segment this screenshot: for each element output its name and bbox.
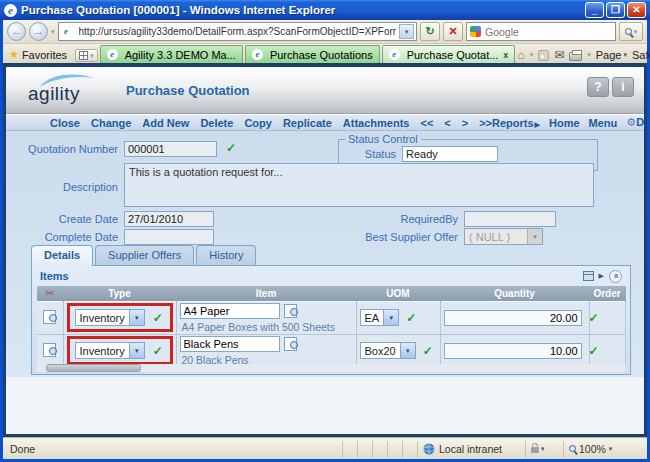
- maximize-button[interactable]: ❐: [606, 2, 625, 18]
- tab-supplier-offers[interactable]: Supplier Offers: [95, 245, 194, 266]
- grid-options-icon[interactable]: [583, 271, 594, 281]
- collapse-panel-icon[interactable]: »: [609, 270, 622, 283]
- uom-select[interactable]: EA ▾: [360, 309, 400, 326]
- quotation-number-field[interactable]: 000001: [124, 141, 217, 157]
- menu-command[interactable]: Menu: [589, 117, 618, 129]
- home-dropdown-icon[interactable]: ▾: [530, 51, 534, 59]
- dropdown-arrow-icon: ▾: [383, 310, 398, 325]
- reports-menu[interactable]: Reports▶: [492, 117, 540, 129]
- print-icon[interactable]: [569, 52, 582, 61]
- create-date-field[interactable]: 27/01/2010: [124, 211, 214, 227]
- grid-options-arrow-icon[interactable]: ▶: [599, 272, 604, 280]
- quantity-input[interactable]: [444, 310, 582, 326]
- status-bar: Done Local intranet ▾ 100% ▾: [3, 437, 647, 459]
- page-viewport: agility Purchase Quotation ? i Close Cha…: [3, 63, 647, 437]
- stop-button[interactable]: ✕: [443, 22, 463, 41]
- copy-command[interactable]: Copy: [244, 117, 272, 129]
- header-help-button[interactable]: ?: [587, 77, 609, 97]
- item-row-2: Inventory ▾ ✓ 20 Black Pens: [37, 334, 625, 367]
- best-supplier-offer-select[interactable]: ( NULL ) ▾: [464, 228, 543, 245]
- back-button[interactable]: ←: [7, 22, 26, 41]
- logo-text: agility: [28, 83, 118, 105]
- zone-label: Local intranet: [439, 443, 502, 455]
- safety-menu[interactable]: Safety ▾: [632, 49, 650, 61]
- history-dropdown-icon[interactable]: ▾: [51, 28, 55, 36]
- status-control-legend: Status Control: [345, 133, 421, 145]
- command-icons: ⌂ ▾ ✉ ▾ Page ▾ Safety ▾ Tools ▾ ? ▾ »: [517, 49, 650, 63]
- print-dropdown-icon[interactable]: ▾: [587, 51, 591, 59]
- tab-purchase-quotation-active[interactable]: e Purchase Quotat... x: [382, 45, 516, 63]
- replicate-command[interactable]: Replicate: [283, 117, 332, 129]
- app-header: agility Purchase Quotation ? i: [6, 67, 644, 114]
- attachments-command[interactable]: Attachments: [343, 117, 410, 129]
- security-report-button[interactable]: ▾: [525, 441, 563, 457]
- address-field[interactable]: e ▾: [58, 22, 417, 41]
- url-dropdown-icon[interactable]: ▾: [399, 24, 414, 39]
- mail-icon[interactable]: ✉: [554, 49, 564, 61]
- lock-icon: [531, 447, 539, 453]
- complete-date-field[interactable]: [124, 229, 214, 245]
- delete-command[interactable]: Delete: [200, 117, 233, 129]
- row-preview-icon[interactable]: [43, 310, 56, 324]
- zoom-control[interactable]: 100% ▾: [563, 441, 635, 457]
- create-date-label: Create Date: [6, 213, 118, 225]
- status-segment: [372, 441, 387, 457]
- status-segment: [357, 441, 372, 457]
- item-lookup-icon[interactable]: [284, 304, 297, 318]
- quantity-input[interactable]: [444, 343, 582, 359]
- type-select[interactable]: Inventory ▾: [75, 342, 145, 359]
- change-command[interactable]: Change: [91, 117, 131, 129]
- uom-select[interactable]: Box20 ▾: [360, 342, 416, 359]
- next-record-button[interactable]: >: [462, 117, 468, 129]
- minimize-button[interactable]: _: [585, 2, 604, 18]
- home-command[interactable]: Home: [549, 117, 580, 129]
- type-select[interactable]: Inventory ▾: [75, 309, 145, 326]
- rss-icon[interactable]: [538, 50, 549, 61]
- add-new-command[interactable]: Add New: [142, 117, 189, 129]
- home-icon[interactable]: ⌂: [517, 49, 524, 61]
- tab-purchase-quotations[interactable]: e Purchase Quotations: [245, 45, 380, 63]
- prev-record-button[interactable]: <: [444, 117, 450, 129]
- search-button[interactable]: ▾: [619, 22, 643, 41]
- tab-icon: e: [107, 49, 118, 60]
- tab-details[interactable]: Details: [31, 245, 93, 266]
- tab-close-icon[interactable]: x: [503, 50, 508, 60]
- page-menu[interactable]: Page ▾: [596, 49, 627, 61]
- required-by-field[interactable]: [464, 211, 556, 227]
- tab-icon: e: [252, 49, 263, 60]
- scrollbar-thumb[interactable]: [46, 364, 141, 372]
- row-preview-icon[interactable]: [43, 343, 56, 357]
- tab-history[interactable]: History: [196, 245, 256, 266]
- type-annotation-highlight: Inventory ▾ ✓: [67, 336, 173, 365]
- quotation-number-valid-icon: ✓: [226, 141, 236, 155]
- quick-tabs-button[interactable]: ▾: [75, 49, 98, 62]
- close-command[interactable]: Close: [50, 117, 80, 129]
- favorites-button[interactable]: ★ Favorites: [7, 48, 73, 63]
- last-record-button[interactable]: >>: [479, 117, 492, 129]
- search-dropdown-icon[interactable]: ▾: [634, 28, 638, 36]
- resize-grip: [635, 441, 647, 457]
- item-code-input[interactable]: [180, 336, 280, 352]
- item-lookup-icon[interactable]: [284, 337, 297, 351]
- cut-row-icon[interactable]: ✂: [45, 287, 54, 299]
- items-panel-header: Items ▶ »: [32, 266, 630, 286]
- header-info-button[interactable]: i: [612, 77, 634, 97]
- first-record-button[interactable]: <<: [420, 117, 433, 129]
- items-horizontal-scrollbar[interactable]: [36, 364, 626, 372]
- description-field[interactable]: This is a quotation request for...: [124, 163, 594, 207]
- favorites-star-icon: ★: [9, 48, 19, 61]
- item-row-1: Inventory ▾ ✓ A4 Paper Boxes w: [37, 301, 625, 334]
- design-command[interactable]: ⚙Design: [626, 116, 647, 129]
- item-code-input[interactable]: [180, 303, 280, 319]
- close-button[interactable]: ✕: [627, 2, 646, 18]
- zoom-dropdown-icon[interactable]: ▾: [609, 445, 613, 453]
- tab-agility-demo[interactable]: e Agility 3.3 DEMO Ma...: [100, 45, 243, 63]
- form-area: Quotation Number 000001 ✓ Status Control…: [6, 131, 644, 377]
- google-icon: [470, 26, 481, 37]
- search-box[interactable]: [466, 22, 616, 41]
- url-input[interactable]: [79, 26, 396, 37]
- refresh-button[interactable]: ↻: [420, 22, 440, 41]
- status-field[interactable]: Ready: [402, 146, 498, 162]
- search-input[interactable]: [485, 26, 612, 38]
- forward-button[interactable]: →: [29, 22, 48, 41]
